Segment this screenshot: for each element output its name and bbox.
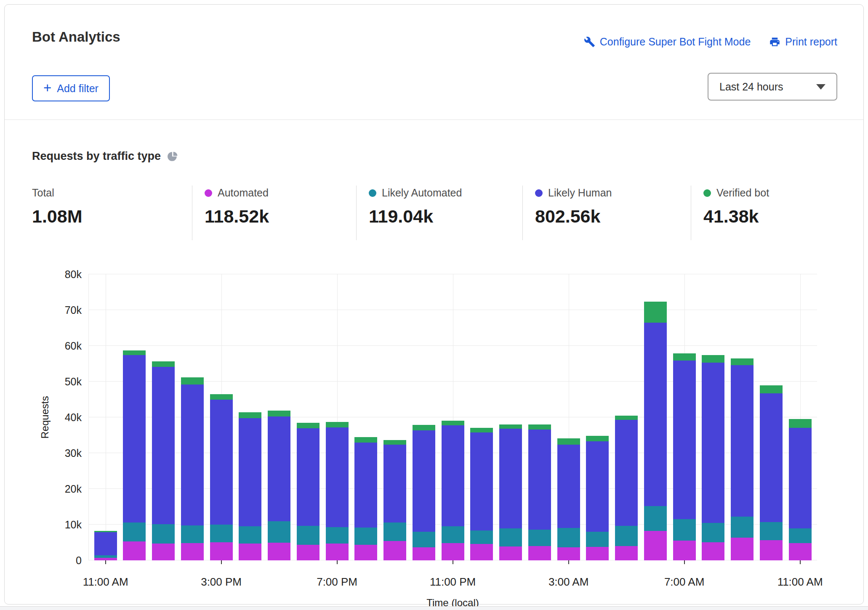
bar-segment-likely-automated[interactable] — [731, 517, 754, 538]
bar-segment-likely-human[interactable] — [413, 430, 435, 532]
chart-bar[interactable] — [152, 361, 175, 560]
bar-segment-likely-automated[interactable] — [297, 526, 320, 544]
bar-segment-automated[interactable] — [239, 544, 261, 560]
bar-segment-automated[interactable] — [152, 544, 175, 560]
bar-segment-verified-bot[interactable] — [181, 377, 204, 385]
chart-bar[interactable] — [442, 421, 464, 560]
chart-bar[interactable] — [586, 436, 609, 560]
bar-segment-automated[interactable] — [528, 546, 551, 560]
bar-segment-automated[interactable] — [297, 545, 320, 560]
bar-segment-likely-human[interactable] — [181, 385, 204, 525]
configure-super-bot-fight-mode-link[interactable]: Configure Super Bot Fight Mode — [584, 36, 751, 48]
bar-segment-verified-bot[interactable] — [442, 421, 464, 425]
chart-bar[interactable] — [326, 422, 349, 560]
bar-segment-likely-human[interactable] — [528, 430, 551, 530]
chart-bar[interactable] — [557, 438, 580, 560]
bar-segment-likely-automated[interactable] — [210, 525, 233, 542]
chart-bar[interactable] — [702, 355, 724, 560]
bar-segment-likely-automated[interactable] — [673, 519, 696, 541]
chart-bar[interactable] — [499, 424, 522, 560]
bar-segment-likely-human[interactable] — [268, 416, 290, 521]
add-filter-button[interactable]: + Add filter — [32, 75, 110, 101]
chart-bar[interactable] — [644, 302, 667, 560]
bar-segment-likely-automated[interactable] — [702, 523, 724, 542]
bar-segment-verified-bot[interactable] — [673, 353, 696, 361]
chart-bar[interactable] — [760, 385, 783, 560]
bar-segment-likely-automated[interactable] — [789, 528, 812, 543]
bar-segment-verified-bot[interactable] — [731, 358, 754, 365]
bar-segment-likely-human[interactable] — [702, 363, 724, 523]
bar-segment-likely-automated[interactable] — [123, 522, 146, 541]
bar-segment-likely-automated[interactable] — [586, 532, 609, 547]
bar-segment-automated[interactable] — [268, 543, 290, 560]
bar-segment-likely-human[interactable] — [326, 427, 349, 527]
chart-bar[interactable] — [354, 437, 377, 560]
bar-segment-automated[interactable] — [615, 546, 638, 560]
chart-bar[interactable] — [383, 440, 406, 560]
bar-segment-automated[interactable] — [673, 541, 696, 560]
bar-segment-automated[interactable] — [181, 543, 204, 560]
bar-segment-likely-human[interactable] — [354, 443, 377, 528]
bar-segment-likely-human[interactable] — [94, 532, 117, 555]
bar-segment-verified-bot[interactable] — [413, 425, 435, 430]
bar-segment-automated[interactable] — [442, 543, 464, 560]
bar-segment-automated[interactable] — [731, 538, 754, 560]
bar-segment-verified-bot[interactable] — [470, 428, 493, 432]
bar-segment-likely-human[interactable] — [210, 400, 233, 525]
bar-segment-automated[interactable] — [354, 545, 377, 560]
bar-segment-likely-human[interactable] — [152, 367, 175, 524]
time-range-select[interactable]: Last 24 hours — [708, 73, 837, 101]
bar-segment-verified-bot[interactable] — [123, 350, 146, 355]
bar-segment-automated[interactable] — [470, 544, 493, 560]
bar-segment-automated[interactable] — [94, 558, 117, 560]
bar-segment-verified-bot[interactable] — [297, 423, 320, 429]
bar-segment-likely-automated[interactable] — [557, 528, 580, 547]
bar-segment-verified-bot[interactable] — [557, 438, 580, 444]
chart-bar[interactable] — [297, 423, 320, 560]
bar-segment-automated[interactable] — [644, 531, 667, 560]
bar-segment-verified-bot[interactable] — [383, 440, 406, 444]
bar-segment-likely-automated[interactable] — [413, 532, 435, 547]
bar-segment-likely-human[interactable] — [239, 418, 261, 527]
bar-segment-verified-bot[interactable] — [528, 424, 551, 430]
chart-bar[interactable] — [731, 358, 754, 560]
bar-segment-likely-human[interactable] — [789, 428, 812, 529]
bar-segment-likely-human[interactable] — [123, 355, 146, 522]
bar-segment-likely-automated[interactable] — [644, 506, 667, 531]
bar-segment-automated[interactable] — [499, 546, 522, 560]
bar-segment-verified-bot[interactable] — [702, 355, 724, 363]
chart-bar[interactable] — [528, 424, 551, 560]
bar-segment-likely-human[interactable] — [297, 428, 320, 526]
bar-segment-automated[interactable] — [760, 540, 783, 560]
bar-segment-likely-automated[interactable] — [499, 528, 522, 546]
bar-segment-likely-automated[interactable] — [442, 526, 464, 543]
bar-segment-verified-bot[interactable] — [499, 424, 522, 429]
bar-segment-likely-automated[interactable] — [470, 530, 493, 544]
bar-segment-likely-human[interactable] — [442, 425, 464, 527]
bar-segment-likely-human[interactable] — [731, 365, 754, 517]
bar-segment-automated[interactable] — [702, 542, 724, 560]
chart-bar[interactable] — [123, 350, 146, 560]
bar-segment-likely-human[interactable] — [615, 420, 638, 526]
bar-segment-verified-bot[interactable] — [152, 361, 175, 367]
chart-bar[interactable] — [239, 412, 261, 560]
bar-segment-likely-human[interactable] — [383, 445, 406, 522]
bar-segment-likely-automated[interactable] — [354, 528, 377, 545]
bar-segment-likely-automated[interactable] — [326, 527, 349, 544]
bar-segment-likely-human[interactable] — [470, 432, 493, 530]
chart-bar[interactable] — [210, 394, 233, 560]
bar-segment-verified-bot[interactable] — [326, 422, 349, 427]
bar-segment-likely-automated[interactable] — [528, 530, 551, 546]
chart-bar[interactable] — [413, 425, 435, 560]
chart-bar[interactable] — [789, 419, 812, 560]
chart-bar[interactable] — [268, 411, 290, 560]
bar-segment-likely-automated[interactable] — [268, 521, 290, 543]
bar-segment-automated[interactable] — [210, 542, 233, 560]
bar-segment-likely-automated[interactable] — [383, 522, 406, 541]
bar-segment-likely-automated[interactable] — [615, 526, 638, 546]
bar-segment-verified-bot[interactable] — [268, 411, 290, 416]
bar-segment-verified-bot[interactable] — [644, 302, 667, 323]
bar-segment-verified-bot[interactable] — [615, 416, 638, 420]
bar-segment-verified-bot[interactable] — [760, 385, 783, 393]
bar-segment-verified-bot[interactable] — [354, 437, 377, 443]
